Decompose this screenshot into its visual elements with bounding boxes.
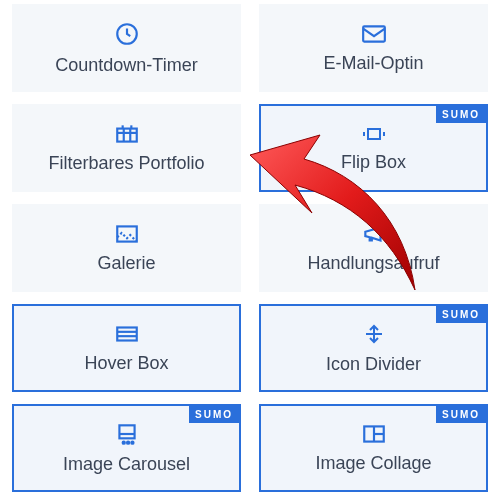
card-label: Image Carousel <box>63 454 190 475</box>
svg-point-21 <box>131 441 133 443</box>
clock-icon <box>114 21 140 47</box>
card-label: Flip Box <box>341 152 406 173</box>
layout-icon <box>114 323 140 345</box>
card-label: Countdown-Timer <box>55 55 197 76</box>
card-icon-divider[interactable]: SUMO Icon Divider <box>259 304 488 392</box>
svg-rect-17 <box>119 425 134 438</box>
card-label: Galerie <box>97 253 155 274</box>
card-label: Icon Divider <box>326 354 421 375</box>
svg-rect-2 <box>117 128 137 141</box>
card-galerie[interactable]: Galerie <box>12 204 241 292</box>
card-image-carousel[interactable]: SUMO Image Carousel <box>12 404 241 492</box>
grid-icon <box>114 123 140 145</box>
card-label: Filterbares Portfolio <box>48 153 204 174</box>
card-label: E-Mail-Optin <box>323 53 423 74</box>
card-handlungsaufruf[interactable]: Handlungsaufruf <box>259 204 488 292</box>
svg-rect-8 <box>368 129 380 139</box>
flip-icon <box>360 124 388 144</box>
badge-sumo: SUMO <box>436 106 486 123</box>
card-filterbares-portfolio[interactable]: Filterbares Portfolio <box>12 104 241 192</box>
megaphone-icon <box>361 223 387 245</box>
svg-rect-1 <box>363 26 385 41</box>
svg-rect-12 <box>117 327 137 340</box>
card-image-collage[interactable]: SUMO Image Collage <box>259 404 488 492</box>
card-flip-box[interactable]: SUMO Flip Box <box>259 104 488 192</box>
badge-sumo: SUMO <box>436 406 486 423</box>
card-countdown-timer[interactable]: Countdown-Timer <box>12 4 241 92</box>
svg-point-20 <box>127 441 129 443</box>
image-icon <box>114 223 140 245</box>
divider-icon <box>362 322 386 346</box>
badge-sumo: SUMO <box>436 306 486 323</box>
card-label: Handlungsaufruf <box>307 253 439 274</box>
carousel-icon <box>114 422 140 446</box>
svg-point-19 <box>122 441 124 443</box>
module-grid: Countdown-Timer E-Mail-Optin Filterbares… <box>12 4 488 492</box>
badge-sumo: SUMO <box>189 406 239 423</box>
card-label: Hover Box <box>84 353 168 374</box>
mail-icon <box>361 23 387 45</box>
card-email-optin[interactable]: E-Mail-Optin <box>259 4 488 92</box>
card-hover-box[interactable]: Hover Box <box>12 304 241 392</box>
card-label: Image Collage <box>315 453 431 474</box>
collage-icon <box>361 423 387 445</box>
